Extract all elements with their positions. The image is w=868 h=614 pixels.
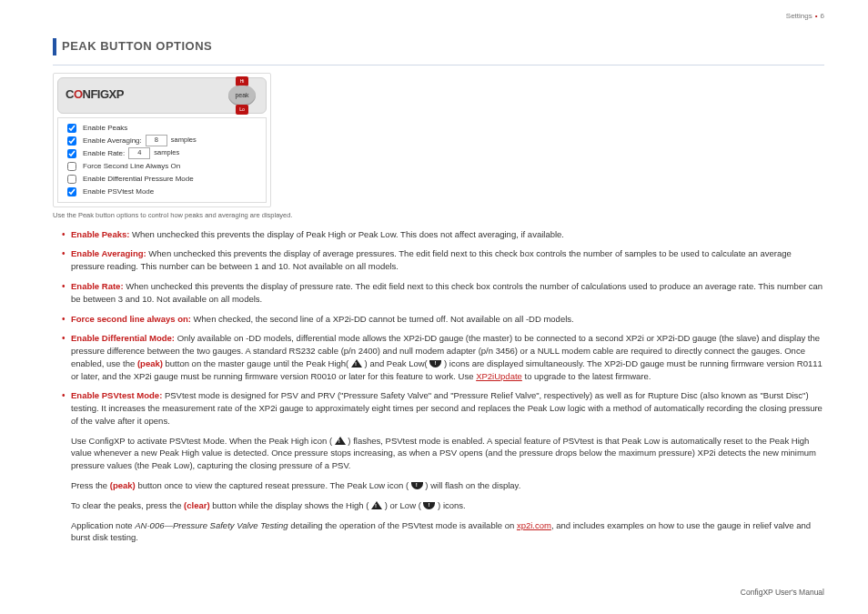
unit-rate: samples: [154, 148, 179, 158]
psv-para-3: Press the (peak) button once to view the…: [53, 479, 824, 492]
link-xp2iupdate[interactable]: XP2iUpdate: [476, 371, 522, 381]
panel-caption: Use the Peak button options to control h…: [53, 211, 824, 221]
lbl-enable-peaks: Enable Peaks: [83, 123, 127, 134]
config-panel: CONFIGXP Hi peak Lo Enable Peaks Enable …: [53, 73, 271, 207]
peak-high-icon: [351, 359, 362, 367]
opt-enable-peaks: Enable Peaks: [64, 122, 260, 135]
psv-para-5: Application note AN-006—Pressure Safety …: [53, 519, 824, 545]
peak-button-icon: Hi peak Lo: [226, 80, 258, 111]
psv-para-2: Use ConfigXP to activate PSVtest Mode. W…: [53, 435, 824, 472]
peak-low-icon: [429, 360, 441, 367]
chk-enable-psvtest[interactable]: [67, 187, 76, 196]
link-xp2i-com[interactable]: xp2i.com: [517, 520, 551, 530]
rule: [53, 65, 824, 65]
input-rate-samples[interactable]: 4: [128, 147, 150, 159]
desc-enable-averaging: Enable Averaging: When unchecked this pr…: [62, 247, 824, 273]
lbl-enable-rate: Enable Rate:: [83, 148, 125, 159]
opt-enable-averaging: Enable Averaging: 8 samples: [64, 135, 260, 147]
chk-enable-rate[interactable]: [67, 149, 76, 158]
lbl-force-second-line: Force Second Line Always On: [83, 161, 180, 172]
desc-enable-rate: Enable Rate: When unchecked this prevent…: [62, 280, 824, 306]
lbl-enable-averaging: Enable Averaging:: [83, 136, 142, 146]
lbl-enable-psvtest: Enable PSVtest Mode: [83, 186, 154, 197]
peak-high-icon: [371, 501, 382, 509]
opt-enable-psvtest: Enable PSVtest Mode: [64, 186, 260, 198]
chk-enable-peaks[interactable]: [67, 124, 76, 133]
opt-enable-differential: Enable Differential Pressure Mode: [64, 173, 260, 186]
peak-high-icon: [335, 437, 346, 445]
chk-enable-averaging[interactable]: [67, 136, 76, 146]
section-title: PEAK BUTTON OPTIONS: [53, 38, 824, 55]
chk-enable-differential[interactable]: [67, 175, 76, 184]
lbl-enable-differential: Enable Differential Pressure Mode: [83, 174, 194, 185]
panel-header: CONFIGXP Hi peak Lo: [57, 77, 267, 114]
input-averaging-samples[interactable]: 8: [146, 135, 167, 146]
options-group: Enable Peaks Enable Averaging: 8 samples…: [57, 117, 267, 203]
page-footer: ConfigXP User's Manual: [741, 587, 824, 598]
opt-enable-rate: Enable Rate: 4 samples: [64, 147, 260, 160]
desc-force-second-line: Force second line always on: When checke…: [62, 313, 824, 326]
desc-enable-psvtest: Enable PSVtest Mode: PSVtest mode is des…: [62, 389, 824, 427]
desc-enable-differential: Enable Differential Mode: Only available…: [62, 332, 824, 382]
desc-enable-peaks: Enable Peaks: When unchecked this preven…: [62, 228, 824, 241]
opt-force-second-line: Force Second Line Always On: [64, 160, 260, 173]
configxp-logo: CONFIGXP: [66, 86, 124, 104]
unit-avg: samples: [171, 136, 197, 146]
peak-low-icon: [411, 482, 423, 489]
psv-para-4: To clear the peaks, press the (clear) bu…: [53, 499, 824, 512]
page-header: Settings•6: [786, 11, 824, 22]
option-descriptions: Enable Peaks: When unchecked this preven…: [53, 228, 824, 428]
chk-force-second-line[interactable]: [67, 162, 76, 171]
peak-low-icon: [423, 502, 435, 509]
